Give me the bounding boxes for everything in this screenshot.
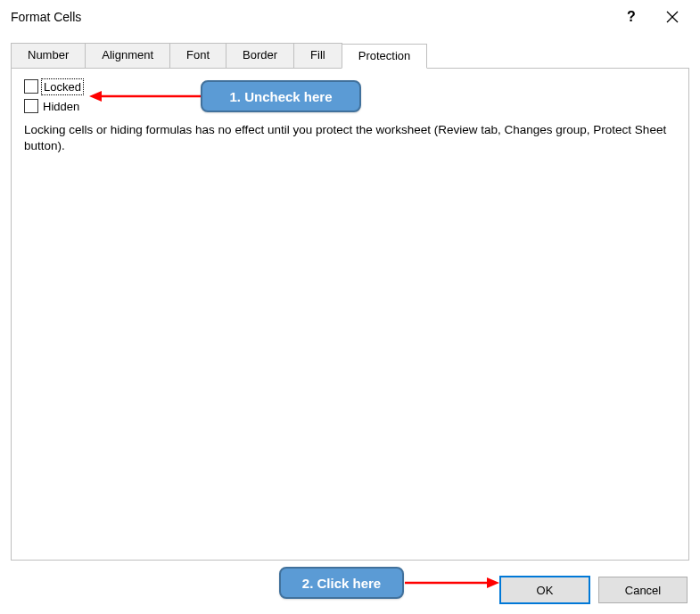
hidden-checkbox[interactable] xyxy=(24,99,38,113)
annotation-callout-1: 1. Uncheck here xyxy=(201,80,361,112)
hidden-label[interactable]: Hidden xyxy=(43,100,79,113)
tab-alignment[interactable]: Alignment xyxy=(85,43,170,68)
close-icon xyxy=(666,11,679,23)
protection-help-text: Locking cells or hiding formulas has no … xyxy=(24,122,676,154)
annotation-callout-2: 2. Click here xyxy=(279,567,404,599)
dialog-body: Number Alignment Font Border Fill Protec… xyxy=(11,43,689,561)
tab-fill[interactable]: Fill xyxy=(293,43,342,68)
locked-checkbox[interactable] xyxy=(24,79,38,94)
tab-number[interactable]: Number xyxy=(11,43,86,68)
tab-font[interactable]: Font xyxy=(169,43,226,68)
window-title: Format Cells xyxy=(11,10,611,24)
dialog-buttons: OK Cancel xyxy=(500,577,688,603)
annotation-arrow-1 xyxy=(87,87,203,105)
annotation-arrow-2 xyxy=(403,574,501,592)
locked-label[interactable]: Locked xyxy=(43,80,82,94)
close-button[interactable] xyxy=(652,4,693,30)
tab-border[interactable]: Border xyxy=(226,43,294,68)
titlebar: Format Cells ? xyxy=(0,0,700,34)
cancel-button[interactable]: Cancel xyxy=(598,577,688,603)
tabs: Number Alignment Font Border Fill Protec… xyxy=(11,43,689,68)
help-button[interactable]: ? xyxy=(611,4,652,30)
svg-marker-5 xyxy=(487,577,499,588)
tab-protection[interactable]: Protection xyxy=(342,44,428,69)
tab-panel-protection: Locked Hidden Locking cells or hiding fo… xyxy=(11,68,689,561)
svg-marker-3 xyxy=(89,91,102,102)
ok-button[interactable]: OK xyxy=(500,577,589,603)
